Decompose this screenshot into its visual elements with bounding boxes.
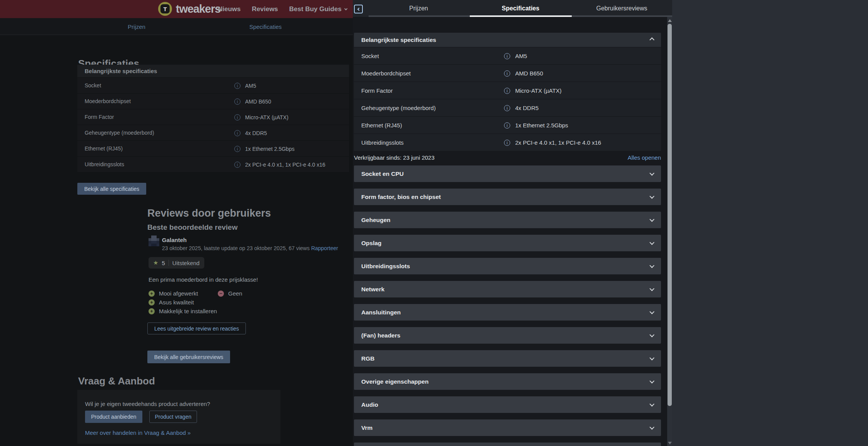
info-icon[interactable]	[234, 162, 240, 168]
panel-tab-gebruikersreviews[interactable]: Gebruikersreviews	[596, 0, 647, 17]
spec-value: AM5	[245, 83, 256, 89]
best-review-subtitle: Beste beoordeelde review	[147, 223, 237, 232]
tab-underline-track	[369, 15, 672, 17]
vraag-aanbod-more-link[interactable]: Meer over handelen in Vraag & Aanbod »	[85, 429, 191, 436]
plus-icon: +	[149, 291, 155, 297]
spec-label: Form Factor	[361, 82, 393, 99]
panel-tab-prijzen[interactable]: Prijzen	[409, 0, 428, 17]
scrollbar-thumb[interactable]	[668, 24, 672, 406]
accordion-section-partial[interactable]	[354, 443, 661, 446]
see-all-specs-button[interactable]: Bekijk alle specificaties	[77, 183, 146, 195]
chevron-down-icon	[649, 309, 654, 314]
open-all-link[interactable]: Alles openen	[628, 154, 661, 161]
panel-spec-card: Belangrijkste specificaties Socket AM5 M…	[354, 33, 661, 151]
overlay-empty-area	[672, 0, 868, 446]
pro-item: +Mooi afgewerkt	[149, 290, 198, 297]
rating-label: Uitstekend	[172, 260, 200, 266]
chevron-down-icon	[649, 402, 654, 407]
spec-value: 1x Ethernet 2.5Gbps	[515, 122, 568, 129]
info-icon[interactable]	[504, 70, 510, 77]
panel-tab-specificaties[interactable]: Specificaties	[502, 0, 539, 17]
all-reviews-button[interactable]: Bekijk alle gebruikersreviews	[147, 351, 230, 363]
avatar[interactable]	[149, 236, 159, 246]
spec-value: AMD B650	[245, 99, 271, 105]
chevron-down-icon	[649, 263, 654, 268]
nav-item-best-buy-guides[interactable]: Best Buy Guides	[289, 5, 347, 13]
chevron-down-icon	[649, 379, 654, 384]
accordion-section[interactable]: Vrm	[354, 419, 661, 436]
info-icon[interactable]	[504, 53, 510, 59]
chevron-down-icon	[649, 332, 654, 337]
chevron-down-icon	[649, 217, 654, 222]
info-icon[interactable]	[234, 83, 240, 89]
spec-row: Uitbreidingsslots 2x PCI-e 4.0 x1, 1x PC…	[77, 156, 349, 172]
panel-scrollbar[interactable]	[667, 17, 672, 446]
pro-item: +Asus kwaliteit	[149, 299, 194, 306]
spec-value: 2x PCI-e 4.0 x1, 1x PCI-e 4.0 x16	[515, 139, 601, 146]
spec-label: Geheugentype (moederbord)	[85, 125, 154, 141]
back-button[interactable]	[354, 5, 363, 13]
info-icon[interactable]	[504, 105, 510, 111]
spec-label: Geheugentype (moederbord)	[361, 99, 436, 117]
info-icon[interactable]	[504, 122, 510, 129]
vraag-aanbod-question: Wil je je eigen tweedehands product adve…	[85, 401, 210, 407]
accordion-section[interactable]: Audio	[354, 396, 661, 413]
info-icon[interactable]	[504, 88, 510, 94]
spec-label: Socket	[361, 47, 379, 65]
nav-item-nieuws[interactable]: Nieuws	[218, 5, 241, 13]
accordion-section[interactable]: Opslag	[354, 235, 661, 251]
site-header: T tweakers Nieuws Reviews Best Buy Guide…	[0, 0, 353, 18]
review-author[interactable]: Galanteh	[162, 237, 187, 243]
info-icon[interactable]	[234, 130, 240, 136]
ask-product-button[interactable]: Product vragen	[149, 411, 197, 423]
chevron-down-icon	[344, 7, 347, 10]
accordion-section[interactable]: Uitbreidingsslots	[354, 258, 661, 274]
chevron-down-icon	[649, 240, 654, 245]
read-review-button[interactable]: Lees uitgebreide review en reacties	[147, 322, 246, 334]
spec-label: Uitbreidingsslots	[361, 134, 404, 151]
spec-value: 4x DDR5	[245, 130, 267, 136]
chevron-left-icon	[357, 7, 360, 10]
screen: T tweakers Nieuws Reviews Best Buy Guide…	[0, 0, 868, 446]
chevron-down-icon	[649, 425, 654, 430]
nav-item-reviews[interactable]: Reviews	[252, 5, 278, 13]
plus-icon: +	[149, 299, 155, 306]
spec-value: Micro-ATX (µATX)	[245, 114, 289, 120]
chevron-up-icon	[649, 37, 654, 42]
accordion-section[interactable]: Socket en CPU	[354, 165, 661, 182]
spec-label: Socket	[85, 78, 101, 94]
info-icon[interactable]	[504, 140, 510, 146]
vraag-aanbod-title: Vraag & Aanbod	[78, 375, 155, 387]
info-icon[interactable]	[234, 99, 240, 105]
active-tab-underline	[470, 15, 572, 17]
spec-label: Moederbordchipset	[85, 94, 131, 109]
accordion-section[interactable]: Form factor, bios en chipset	[354, 189, 661, 205]
accordion-section[interactable]: RGB	[354, 350, 661, 367]
scrollbar-down-arrow[interactable]	[668, 442, 672, 444]
spec-row: Socket AM5	[77, 77, 349, 93]
pro-item: +Makkelijk te installeren	[149, 308, 217, 314]
accordion-section[interactable]: (Fan) headers	[354, 327, 661, 344]
offer-product-button[interactable]: Product aanbieden	[85, 411, 142, 423]
scrollbar-up-arrow[interactable]	[668, 19, 672, 22]
info-icon[interactable]	[234, 114, 240, 120]
accordion-section[interactable]: Overige eigenschappen	[354, 373, 661, 390]
accordion-section[interactable]: Netwerk	[354, 281, 661, 297]
con-item: −Geen	[218, 290, 242, 297]
badge-divider	[169, 260, 169, 266]
report-link[interactable]: Rapporteer	[311, 245, 338, 251]
accordion-section[interactable]: Geheugen	[354, 212, 661, 228]
reviews-title: Reviews door gebruikers	[147, 207, 271, 219]
spec-row: Ethernet (RJ45) 1x Ethernet 2.5Gbps	[354, 116, 661, 134]
page-tab-specificaties[interactable]: Specificaties	[249, 18, 282, 35]
spec-row: Form Factor Micro-ATX (µATX)	[354, 82, 661, 99]
panel-spec-card-header[interactable]: Belangrijkste specificaties	[354, 33, 661, 47]
info-icon[interactable]	[234, 146, 240, 152]
accordion-section[interactable]: Aansluitingen	[354, 304, 661, 321]
panel-tabbar: Prijzen Specificaties Gebruikersreviews	[353, 0, 672, 17]
spec-value: AM5	[515, 53, 527, 59]
tweakers-logo[interactable]: T tweakers	[158, 2, 220, 16]
review-summary: Een prima moederbord in deze prijsklasse…	[149, 276, 258, 283]
availability-row: Verkrijgbaar sinds: 23 juni 2023 Alles o…	[354, 152, 661, 163]
page-tab-prijzen[interactable]: Prijzen	[128, 18, 145, 35]
